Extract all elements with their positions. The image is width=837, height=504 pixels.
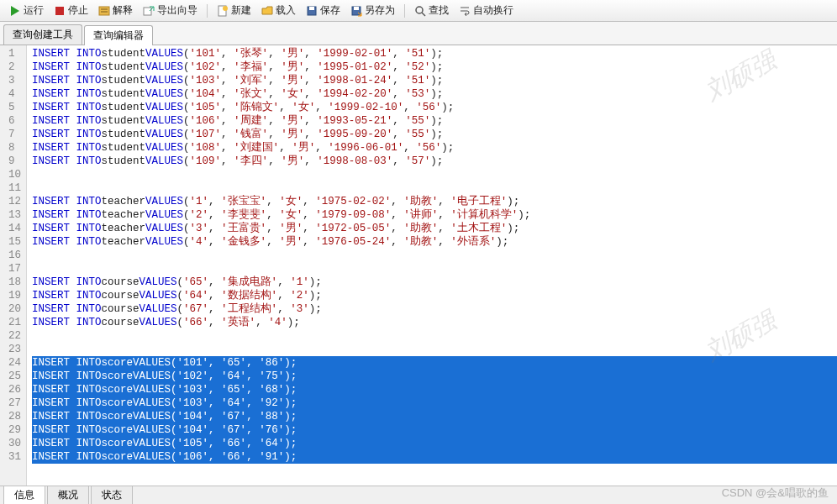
bottom-tab-strip: 信息 概况 状态 <box>0 486 837 504</box>
export-label: 导出向导 <box>157 3 197 18</box>
csdn-watermark: CSDN @会&唱歌的鱼 <box>722 486 829 501</box>
explain-icon <box>98 5 110 17</box>
tab-query-builder[interactable]: 查询创建工具 <box>3 24 82 45</box>
code-editor[interactable]: 1234567891011121314151617181920212223242… <box>0 45 837 486</box>
code-line[interactable] <box>32 181 837 195</box>
tab-strip: 查询创建工具 查询编辑器 <box>0 22 837 45</box>
svg-line-13 <box>422 13 425 16</box>
explain-label: 解释 <box>113 3 133 18</box>
stop-label: 停止 <box>68 3 88 18</box>
export-wizard-button[interactable]: 导出向导 <box>139 2 202 19</box>
code-line[interactable]: INSERT INTO student VALUES('108', '刘建国',… <box>32 141 837 155</box>
explain-button[interactable]: 解释 <box>94 2 137 19</box>
code-line[interactable]: INSERT INTO teacher VALUES('1', '张宝宝', '… <box>32 195 837 208</box>
save-as-label: 另存为 <box>365 3 395 18</box>
code-line[interactable]: INSERT INTO student VALUES('105', '陈锦文',… <box>32 101 837 114</box>
line-gutter: 1234567891011121314151617181920212223242… <box>0 45 27 486</box>
code-line[interactable]: INSERT INTO student VALUES('103', '刘军', … <box>32 74 837 87</box>
folder-open-icon <box>261 5 273 17</box>
svg-rect-1 <box>55 7 64 15</box>
code-line[interactable]: INSERT INTO score VALUES('103', '64', '9… <box>32 396 837 410</box>
code-line[interactable]: INSERT INTO student VALUES('101', '张琴', … <box>32 47 837 60</box>
stop-icon <box>54 5 66 17</box>
code-line[interactable]: INSERT INTO course VALUES('67', '工程结构', … <box>32 302 837 316</box>
toolbar: 运行 停止 解释 导出向导 新建 载入 保存 另存为 查找 自动换行 <box>0 0 837 22</box>
load-label: 载入 <box>276 3 296 18</box>
code-line[interactable]: INSERT INTO score VALUES('106', '66', '9… <box>32 450 837 464</box>
svg-rect-2 <box>99 7 109 15</box>
code-line[interactable]: INSERT INTO course VALUES('65', '集成电路', … <box>32 276 837 289</box>
save-as-icon <box>350 5 362 17</box>
svg-rect-5 <box>144 8 151 15</box>
code-line[interactable]: INSERT INTO student VALUES('104', '张文', … <box>32 87 837 101</box>
stop-button[interactable]: 停止 <box>50 2 92 19</box>
code-line[interactable]: INSERT INTO score VALUES('102', '64', '7… <box>32 370 837 383</box>
code-line[interactable] <box>32 249 837 262</box>
code-line[interactable]: INSERT INTO score VALUES('104', '67', '7… <box>32 423 837 437</box>
load-button[interactable]: 载入 <box>257 2 300 19</box>
code-line[interactable] <box>32 329 837 343</box>
svg-point-7 <box>223 6 228 11</box>
code-line[interactable] <box>32 343 837 356</box>
save-icon <box>306 5 318 17</box>
svg-rect-11 <box>354 7 359 10</box>
play-icon <box>9 5 21 17</box>
code-line[interactable] <box>32 262 837 276</box>
toolbar-separator <box>207 4 208 18</box>
code-line[interactable]: INSERT INTO teacher VALUES('4', '金钱多', '… <box>32 235 837 249</box>
code-line[interactable]: INSERT INTO score VALUES('101', '65', '8… <box>32 356 837 370</box>
find-label: 查找 <box>429 3 449 18</box>
code-line[interactable]: INSERT INTO course VALUES('64', '数据结构', … <box>32 289 837 302</box>
toolbar-separator <box>404 4 405 18</box>
code-line[interactable]: INSERT INTO teacher VALUES('3', '王富贵', '… <box>32 222 837 235</box>
bottom-tab-overview[interactable]: 概况 <box>47 486 89 505</box>
bottom-tab-status[interactable]: 状态 <box>91 486 133 505</box>
wrap-label: 自动换行 <box>473 3 513 18</box>
tab-query-editor[interactable]: 查询编辑器 <box>84 25 153 45</box>
code-line[interactable]: INSERT INTO teacher VALUES('2', '李斐斐', '… <box>32 208 837 222</box>
new-label: 新建 <box>231 3 251 18</box>
wrap-icon <box>459 5 471 17</box>
save-button[interactable]: 保存 <box>302 2 345 19</box>
svg-point-12 <box>416 7 423 13</box>
bottom-tab-info[interactable]: 信息 <box>3 486 45 505</box>
wrap-button[interactable]: 自动换行 <box>455 2 518 19</box>
code-area[interactable]: INSERT INTO student VALUES('101', '张琴', … <box>27 45 837 486</box>
svg-marker-0 <box>11 6 19 16</box>
new-button[interactable]: 新建 <box>213 2 255 19</box>
svg-rect-9 <box>309 7 314 10</box>
export-icon <box>143 5 155 17</box>
new-icon <box>217 5 229 17</box>
code-line[interactable]: INSERT INTO student VALUES('102', '李福', … <box>32 60 837 74</box>
code-line[interactable]: INSERT INTO student VALUES('109', '李四', … <box>32 155 837 168</box>
code-line[interactable]: INSERT INTO score VALUES('104', '67', '8… <box>32 410 837 423</box>
run-button[interactable]: 运行 <box>5 2 48 19</box>
find-button[interactable]: 查找 <box>410 2 453 19</box>
run-label: 运行 <box>24 3 44 18</box>
code-line[interactable]: INSERT INTO student VALUES('106', '周建', … <box>32 114 837 128</box>
code-line[interactable]: INSERT INTO student VALUES('107', '钱富', … <box>32 128 837 141</box>
code-line[interactable]: INSERT INTO score VALUES('103', '65', '6… <box>32 383 837 396</box>
save-as-button[interactable]: 另存为 <box>346 2 399 19</box>
code-line[interactable]: INSERT INTO score VALUES('105', '66', '6… <box>32 437 837 450</box>
save-label: 保存 <box>320 3 340 18</box>
code-line[interactable]: INSERT INTO course VALUES('66', '英语', '4… <box>32 316 837 329</box>
code-line[interactable] <box>32 168 837 181</box>
search-icon <box>414 5 426 17</box>
